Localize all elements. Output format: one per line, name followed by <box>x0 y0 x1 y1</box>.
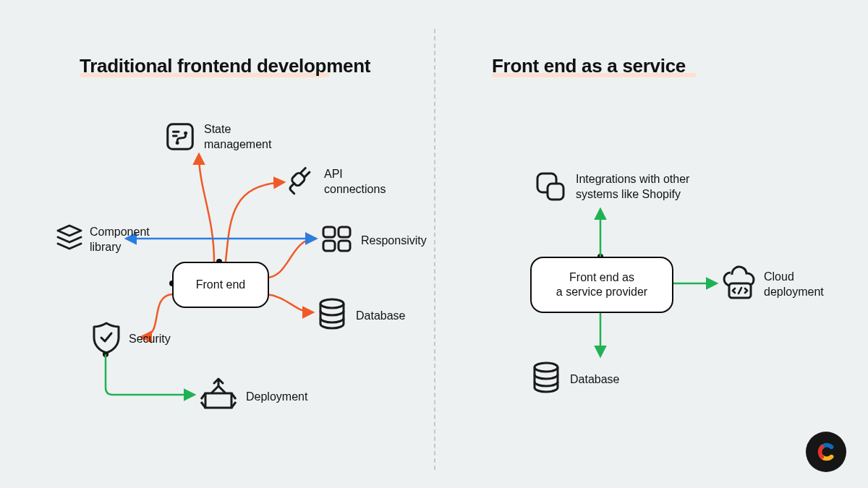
database-icon-left <box>315 296 349 335</box>
svg-point-29 <box>820 445 824 449</box>
label-state-management: State management <box>204 121 271 152</box>
svg-line-18 <box>300 168 305 173</box>
svg-point-28 <box>535 363 558 372</box>
svg-rect-20 <box>323 227 335 237</box>
label-integrations: Integrations with other systems like Sho… <box>576 171 689 202</box>
title-traditional: Traditional frontend development <box>80 55 370 77</box>
svg-point-15 <box>176 141 179 145</box>
label-database-left: Database <box>356 308 406 323</box>
responsivity-icon <box>318 221 354 260</box>
deployment-icon <box>198 373 239 416</box>
component-library-icon <box>52 221 87 259</box>
node-feaas-provider: Front end as a service provider <box>530 257 673 313</box>
contentful-logo <box>806 432 846 472</box>
api-connections-icon <box>284 160 321 201</box>
svg-rect-22 <box>339 241 350 251</box>
label-database-right: Database <box>570 372 620 387</box>
svg-rect-23 <box>323 241 335 251</box>
node-front-end: Front end <box>172 262 269 308</box>
label-component-library: Component library <box>90 224 150 254</box>
vertical-divider <box>434 29 435 470</box>
label-api-connections: API connections <box>324 166 386 197</box>
label-security: Security <box>129 331 171 346</box>
diagram-stage: Traditional frontend development Front e… <box>0 0 868 488</box>
label-cloud-deployment: Cloud deployment <box>764 269 824 299</box>
cloud-deployment-icon <box>719 265 760 304</box>
svg-point-16 <box>184 132 187 135</box>
node-front-end-label: Front end <box>189 278 252 292</box>
svg-point-24 <box>320 299 344 308</box>
svg-rect-26 <box>548 184 563 200</box>
svg-rect-21 <box>339 227 350 237</box>
node-feaas-provider-label: Front end as a service provider <box>549 270 655 299</box>
security-icon <box>90 320 123 359</box>
label-deployment: Deployment <box>246 389 307 404</box>
title-feaas: Front end as a service <box>492 55 686 77</box>
state-management-icon <box>163 120 197 156</box>
svg-point-30 <box>820 455 824 459</box>
svg-rect-14 <box>168 124 193 150</box>
database-icon-right <box>529 360 563 399</box>
label-responsivity: Responsivity <box>361 233 427 248</box>
integrations-icon <box>532 168 569 208</box>
svg-line-19 <box>305 172 310 177</box>
